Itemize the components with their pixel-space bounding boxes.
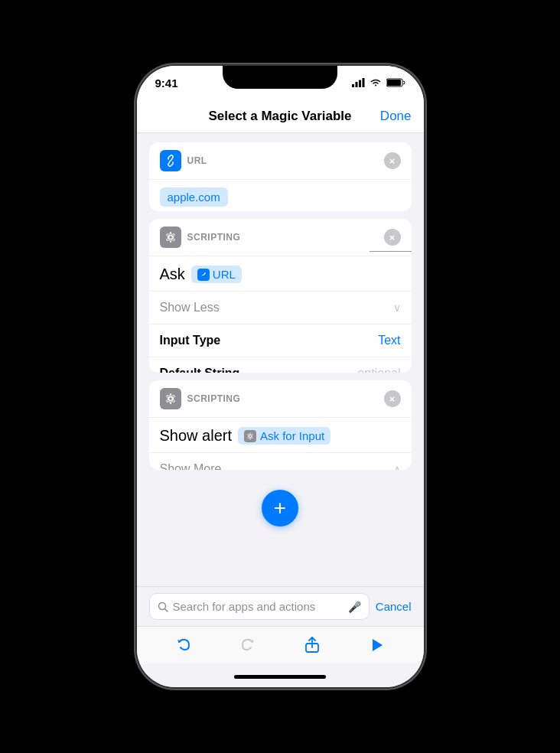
url-card-label: URL — [187, 155, 207, 166]
url-badge[interactable]: URL — [191, 266, 242, 283]
home-bar — [234, 675, 326, 679]
scripting-card-2-close[interactable]: × — [384, 390, 401, 407]
scripting-card-2-label: SCRIPTING — [187, 393, 241, 404]
scripting-card-1-label: SCRIPTING — [187, 232, 241, 243]
play-icon — [368, 637, 385, 654]
signal-icon — [352, 78, 365, 87]
url-card: URL × apple.com — [149, 142, 412, 211]
ask-text: Ask — [160, 266, 185, 283]
chevron-down-icon: ∨ — [393, 302, 401, 314]
show-alert-row: Show alert Ask for Input — [149, 418, 412, 452]
share-icon — [304, 637, 321, 654]
default-string-row[interactable]: Default String optional — [149, 357, 412, 373]
svg-marker-15 — [373, 639, 383, 651]
nav-bar: Select a Magic Variable Done — [137, 99, 424, 133]
svg-rect-0 — [352, 84, 354, 87]
annotation-line — [370, 251, 412, 252]
url-badge-icon — [197, 269, 210, 281]
input-type-row[interactable]: Input Type Text — [149, 324, 412, 357]
status-time: 9:41 — [155, 77, 178, 90]
chevron-up-icon: ∧ — [393, 463, 401, 470]
gear-badge-icon — [244, 430, 256, 442]
svg-rect-3 — [362, 78, 364, 87]
spacer — [149, 546, 412, 577]
svg-rect-1 — [355, 82, 357, 87]
scripting-card-1: SCRIPTING × Ask URL — [149, 219, 412, 373]
phone-frame: 9:41 Select a Magic Var — [137, 66, 424, 687]
ask-input-badge-text: Ask for Input — [260, 429, 324, 442]
default-string-placeholder: optional — [357, 367, 400, 373]
url-card-close[interactable]: × — [384, 152, 401, 169]
nav-title: Select a Magic Variable — [208, 109, 351, 124]
share-button[interactable] — [298, 631, 326, 659]
main-content: URL × apple.com — [137, 133, 424, 586]
search-placeholder: Search for apps and actions — [173, 600, 343, 613]
url-card-body: apple.com — [149, 180, 412, 211]
scripting-card-1-icon — [160, 227, 181, 248]
url-chip[interactable]: apple.com — [160, 187, 228, 207]
scripting-card-1-close[interactable]: × — [384, 229, 401, 246]
ask-input-badge[interactable]: Ask for Input — [238, 427, 330, 445]
gear-icon — [164, 231, 177, 243]
plus-area: + — [149, 478, 412, 539]
search-input-wrap[interactable]: Search for apps and actions 🎤 — [149, 593, 370, 620]
show-less-label: Show Less — [160, 301, 220, 315]
cancel-button[interactable]: Cancel — [376, 600, 412, 613]
status-bar: 9:41 — [137, 66, 424, 99]
svg-line-8 — [203, 274, 204, 275]
search-area: Search for apps and actions 🎤 Cancel — [137, 586, 424, 626]
bottom-toolbar — [137, 626, 424, 663]
svg-point-10 — [249, 435, 251, 437]
svg-point-9 — [168, 397, 172, 401]
url-card-header: URL × — [149, 142, 412, 180]
input-type-value: Text — [378, 334, 400, 347]
svg-rect-2 — [359, 80, 361, 88]
scripting-card-2-icon — [160, 388, 181, 409]
status-icons — [352, 78, 405, 87]
redo-button[interactable] — [234, 631, 262, 659]
mic-icon[interactable]: 🎤 — [348, 601, 361, 613]
battery-icon — [386, 78, 405, 87]
done-button[interactable]: Done — [380, 109, 412, 124]
link-small-icon — [200, 271, 207, 279]
show-alert-text: Show alert — [160, 427, 233, 445]
gear2-icon — [164, 393, 177, 405]
search-icon — [158, 601, 168, 612]
gear-small-icon — [246, 432, 254, 440]
show-more-row[interactable]: Show More ∧ — [149, 452, 412, 470]
default-string-label: Default String — [160, 367, 240, 373]
scripting-card-2: SCRIPTING × Show alert Ask for Input — [149, 380, 412, 470]
svg-line-6 — [169, 159, 172, 162]
svg-point-7 — [168, 236, 172, 240]
url-badge-text: URL — [213, 268, 236, 281]
add-step-button[interactable]: + — [262, 490, 298, 526]
svg-line-12 — [164, 608, 168, 611]
undo-button[interactable] — [170, 631, 197, 659]
show-more-label: Show More — [160, 462, 222, 470]
play-button[interactable] — [363, 631, 390, 659]
show-less-row[interactable]: Show Less ∨ — [149, 291, 412, 324]
input-type-label: Input Type — [160, 334, 221, 347]
url-card-icon — [160, 150, 181, 171]
scripting-card-2-header-left: SCRIPTING — [160, 388, 241, 409]
link-icon — [164, 155, 177, 167]
scripting-card-2-header: SCRIPTING × — [149, 380, 412, 418]
notch — [223, 66, 337, 89]
url-card-header-left: URL — [160, 150, 207, 171]
wifi-icon — [370, 78, 382, 87]
ask-url-row: Ask URL — [149, 256, 412, 291]
redo-icon — [239, 636, 257, 654]
undo-icon — [174, 636, 193, 654]
home-indicator — [137, 663, 424, 687]
scripting-card-1-header-left: SCRIPTING — [160, 227, 241, 248]
svg-rect-5 — [387, 80, 401, 86]
